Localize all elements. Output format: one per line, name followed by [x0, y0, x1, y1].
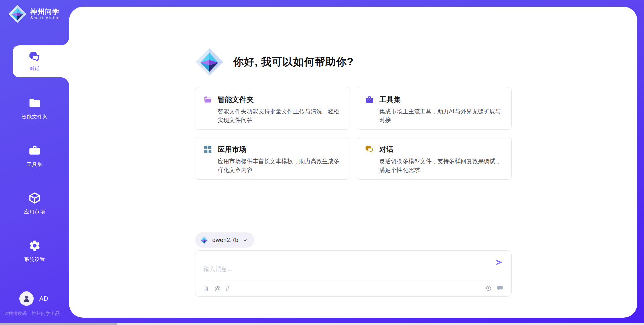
message-input[interactable]	[195, 251, 511, 279]
card-title: 对话	[379, 145, 394, 154]
card-description: 灵活切换多模型文件，支持多样回复效果调试，满足个性化需求	[379, 157, 503, 175]
send-icon	[494, 258, 504, 267]
send-button[interactable]	[494, 258, 504, 267]
new-chat-button[interactable]	[497, 285, 503, 292]
toolbox-icon	[28, 144, 41, 157]
sidebar-item-smart-folder[interactable]: 智能文件夹	[0, 84, 69, 132]
folder-icon	[28, 96, 41, 109]
brand-name: 神州问学	[30, 8, 60, 16]
brand-diamond-icon	[8, 5, 27, 23]
brand-diamond-icon	[199, 236, 208, 245]
sidebar-item-toolset[interactable]: 工具集	[0, 132, 69, 180]
card-title: 工具集	[379, 95, 401, 104]
paperclip-icon	[203, 285, 209, 292]
composer-divider	[203, 280, 503, 280]
main-content: 你好, 我可以如何帮助你? 智能文件夹 智能文件夹功能支持批量文件上传与清洗，轻…	[69, 7, 637, 318]
sidebar-item-chat[interactable]: 对话	[0, 45, 69, 77]
sidebar-item-label: 系统设置	[24, 256, 45, 263]
copyright-text: ©神州数码 · 神州问学出品	[5, 311, 60, 317]
hash-icon: #	[226, 285, 229, 292]
user-profile[interactable]: AD	[19, 291, 48, 306]
avatar	[19, 291, 34, 306]
greeting: 你好, 我可以如何帮助你?	[195, 48, 512, 76]
card-toolset[interactable]: 工具集 集成市场上主流工具，助力AI与外界无缝扩展与对接	[357, 87, 512, 130]
card-chat[interactable]: 对话 灵活切换多模型文件，支持多样回复效果调试，满足个性化需求	[357, 137, 512, 180]
folder-open-icon	[203, 95, 212, 104]
mention-button[interactable]: @	[214, 285, 221, 292]
sidebar-nav: 智能文件夹 工具集 应用市场 系统设置	[0, 84, 69, 275]
sidebar-item-app-market[interactable]: 应用市场	[0, 180, 69, 227]
model-selector[interactable]: qwen2:7b	[195, 232, 254, 248]
sidebar-item-label: 应用市场	[24, 209, 45, 215]
chevron-down-icon	[243, 238, 248, 243]
greeting-title: 你好, 我可以如何帮助你?	[233, 55, 354, 69]
sidebar: 神州问学 Smart Vision 对话 智能文件夹 工具集 应用市场 系统设置	[0, 0, 69, 325]
history-icon	[485, 285, 492, 292]
model-selector-value: qwen2:7b	[212, 237, 238, 244]
brand: 神州问学 Smart Vision	[8, 5, 60, 23]
sidebar-item-label: 智能文件夹	[21, 114, 48, 120]
person-icon	[22, 295, 31, 303]
gear-icon	[28, 239, 41, 252]
history-button[interactable]	[485, 285, 492, 292]
message-composer: @ #	[195, 250, 512, 297]
cube-icon	[28, 192, 41, 204]
chat-icon	[365, 145, 374, 154]
sidebar-item-settings[interactable]: 系统设置	[0, 227, 69, 275]
topic-button[interactable]: #	[226, 285, 229, 292]
feature-cards: 智能文件夹 智能文件夹功能支持批量文件上传与清洗，轻松实现文件问答 工具集 集成…	[195, 87, 512, 180]
sidebar-item-label: 工具集	[27, 161, 43, 168]
brand-diamond-icon	[195, 48, 224, 76]
card-app-market[interactable]: 应用市场 应用市场提供丰富长文本模板，助力高效生成多样化文章内容	[195, 137, 350, 180]
card-description: 集成市场上主流工具，助力AI与外界无缝扩展与对接	[379, 107, 503, 125]
grid-icon	[203, 145, 212, 154]
chat-icon	[29, 51, 41, 63]
sidebar-item-label: 对话	[30, 66, 40, 72]
composer-toolbar: @ #	[203, 284, 503, 293]
user-name: AD	[39, 295, 48, 302]
card-smart-folder[interactable]: 智能文件夹 智能文件夹功能支持批量文件上传与清洗，轻松实现文件问答	[195, 87, 350, 130]
brand-subtitle: Smart Vision	[30, 16, 60, 20]
chat-solid-icon	[497, 285, 503, 292]
scrollbar-thumb[interactable]	[0, 323, 117, 325]
at-icon: @	[214, 285, 221, 292]
card-description: 应用市场提供丰富长文本模板，助力高效生成多样化文章内容	[218, 157, 341, 175]
horizontal-scrollbar	[0, 323, 644, 325]
toolbox-icon	[365, 95, 374, 104]
card-description: 智能文件夹功能支持批量文件上传与清洗，轻松实现文件问答	[218, 107, 341, 125]
card-title: 应用市场	[218, 145, 247, 154]
attach-file-button[interactable]	[203, 285, 209, 292]
card-title: 智能文件夹	[218, 95, 254, 104]
